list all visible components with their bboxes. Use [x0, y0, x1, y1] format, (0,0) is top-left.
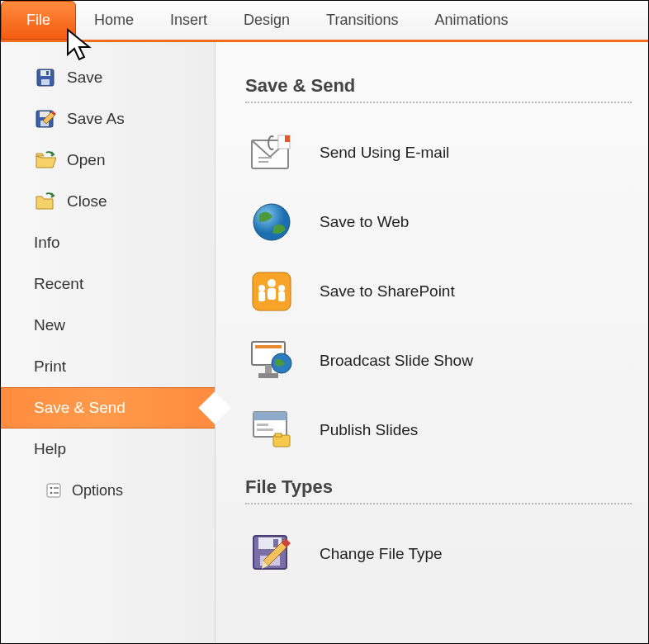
svg-rect-24	[278, 291, 285, 301]
nav-help[interactable]: Help	[1, 429, 215, 470]
option-sharepoint-label: Save to SharePoint	[320, 282, 455, 301]
change-file-type-icon	[249, 531, 295, 577]
svg-rect-3	[46, 71, 49, 75]
tab-design-label: Design	[244, 12, 290, 29]
nav-info[interactable]: Info	[1, 222, 215, 263]
tab-transitions[interactable]: Transitions	[308, 1, 416, 40]
save-disk-icon	[34, 66, 57, 89]
svg-rect-14	[258, 161, 268, 163]
nav-save-send-label: Save & Send	[34, 399, 126, 417]
backstage-nav: Save Save As	[1, 42, 216, 643]
close-folder-icon	[34, 190, 57, 213]
nav-options[interactable]: Options	[1, 470, 215, 511]
broadcast-screen-icon	[249, 338, 295, 384]
svg-rect-7	[47, 484, 60, 497]
envelope-attachment-icon	[249, 130, 295, 176]
backstage-content: Save & Send Send Using E-mail	[216, 42, 648, 643]
option-publish-label: Publish Slides	[320, 421, 418, 439]
nav-save[interactable]: Save	[1, 57, 215, 98]
svg-rect-1	[40, 70, 50, 76]
nav-new[interactable]: New	[1, 305, 215, 346]
nav-open-label: Open	[67, 151, 105, 169]
svg-rect-11	[54, 492, 59, 494]
section-file-types-title: File Types	[245, 476, 632, 498]
svg-point-10	[50, 492, 53, 495]
ribbon-tabs: File Home Insert Design Transitions Anim…	[1, 1, 648, 42]
publish-slides-icon	[249, 407, 295, 453]
svg-rect-31	[253, 412, 287, 420]
tab-animations-label: Animations	[434, 12, 508, 29]
nav-open[interactable]: Open	[1, 140, 215, 181]
tab-animations[interactable]: Animations	[416, 1, 526, 40]
svg-rect-9	[54, 487, 59, 489]
nav-save-label: Save	[67, 69, 102, 87]
divider	[245, 102, 632, 103]
svg-rect-28	[258, 373, 278, 378]
svg-rect-27	[265, 365, 272, 373]
backstage-view: Save Save As	[1, 42, 648, 643]
option-save-web[interactable]: Save to Web	[245, 187, 632, 257]
sharepoint-icon	[249, 268, 295, 315]
option-save-web-label: Save to Web	[320, 213, 409, 231]
tab-home-label: Home	[94, 12, 134, 29]
nav-print[interactable]: Print	[1, 346, 215, 387]
svg-rect-22	[258, 291, 265, 301]
option-send-email-label: Send Using E-mail	[320, 144, 449, 162]
save-as-icon	[34, 107, 57, 130]
nav-save-as[interactable]: Save As	[1, 98, 215, 140]
nav-close[interactable]: Close	[1, 181, 215, 222]
nav-options-label: Options	[72, 482, 123, 500]
option-sharepoint[interactable]: Save to SharePoint	[245, 257, 632, 326]
svg-point-17	[253, 204, 290, 240]
options-icon	[45, 482, 62, 499]
tab-file-label: File	[26, 12, 50, 29]
svg-point-8	[50, 487, 53, 490]
divider	[245, 503, 632, 504]
svg-rect-13	[258, 157, 272, 159]
svg-rect-32	[257, 424, 268, 426]
svg-rect-26	[255, 345, 282, 348]
option-change-file-type-label: Change File Type	[320, 545, 443, 563]
svg-rect-20	[268, 288, 276, 300]
svg-point-21	[258, 285, 265, 291]
nav-save-as-label: Save As	[67, 110, 125, 128]
nav-recent-label: Recent	[34, 275, 83, 293]
tab-home[interactable]: Home	[76, 1, 152, 40]
nav-info-label: Info	[34, 234, 60, 252]
tab-file[interactable]: File	[1, 1, 76, 40]
nav-help-label: Help	[34, 440, 66, 458]
nav-close-label: Close	[67, 192, 107, 211]
svg-point-23	[278, 285, 285, 291]
option-publish[interactable]: Publish Slides	[245, 395, 632, 465]
option-change-file-type[interactable]: Change File Type	[245, 519, 632, 589]
nav-save-send[interactable]: Save & Send	[1, 387, 215, 429]
tab-insert-label: Insert	[170, 12, 207, 29]
open-folder-icon	[34, 149, 57, 172]
option-broadcast-label: Broadcast Slide Show	[320, 352, 473, 370]
svg-rect-2	[41, 79, 50, 85]
svg-rect-33	[257, 429, 273, 431]
nav-print-label: Print	[34, 358, 66, 376]
tab-insert[interactable]: Insert	[152, 1, 225, 40]
tab-transitions-label: Transitions	[326, 12, 398, 29]
nav-new-label: New	[34, 316, 65, 334]
nav-recent[interactable]: Recent	[1, 263, 215, 305]
option-broadcast[interactable]: Broadcast Slide Show	[245, 326, 632, 395]
tab-design[interactable]: Design	[225, 1, 308, 40]
svg-rect-16	[285, 135, 290, 142]
section-save-send-title: Save & Send	[245, 75, 632, 97]
svg-rect-35	[275, 433, 282, 437]
globe-icon	[249, 199, 295, 245]
svg-point-19	[268, 279, 276, 287]
option-send-email[interactable]: Send Using E-mail	[245, 118, 632, 187]
